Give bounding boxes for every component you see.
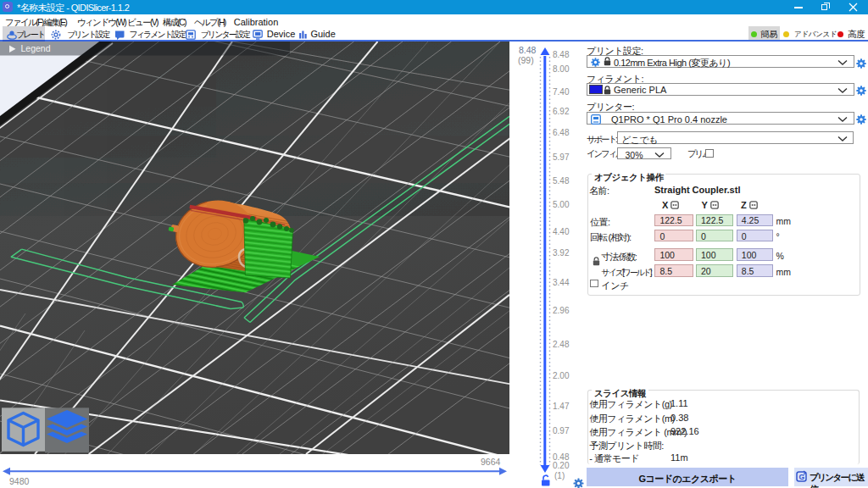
- svg-text:1.47: 1.47: [553, 402, 570, 411]
- svg-text:6.92: 6.92: [553, 107, 570, 116]
- svg-text:Legend: Legend: [21, 43, 51, 53]
- svg-text:5.00: 5.00: [553, 200, 570, 209]
- svg-text:3.92: 3.92: [553, 248, 570, 258]
- svg-text:(99): (99): [518, 55, 534, 65]
- svg-text:2.96: 2.96: [553, 306, 570, 315]
- svg-text:2.00: 2.00: [553, 371, 570, 380]
- svg-text:8.48: 8.48: [519, 45, 537, 55]
- svg-text:7.40: 7.40: [553, 87, 570, 97]
- svg-text:5.97: 5.97: [553, 152, 570, 162]
- svg-text:4.40: 4.40: [553, 227, 570, 236]
- svg-text:5.48: 5.48: [553, 176, 570, 186]
- svg-text:0.20: 0.20: [553, 461, 570, 470]
- svg-text:(1): (1): [554, 471, 565, 480]
- svg-text:8.00: 8.00: [553, 64, 570, 74]
- svg-text:9480: 9480: [9, 476, 30, 486]
- svg-text:9664: 9664: [481, 457, 501, 467]
- svg-text:8.48: 8.48: [553, 50, 570, 59]
- svg-text:2.48: 2.48: [553, 340, 570, 349]
- svg-text:6.48: 6.48: [553, 128, 570, 137]
- svg-text:3.44: 3.44: [553, 278, 570, 287]
- svg-text:0.97: 0.97: [553, 426, 570, 435]
